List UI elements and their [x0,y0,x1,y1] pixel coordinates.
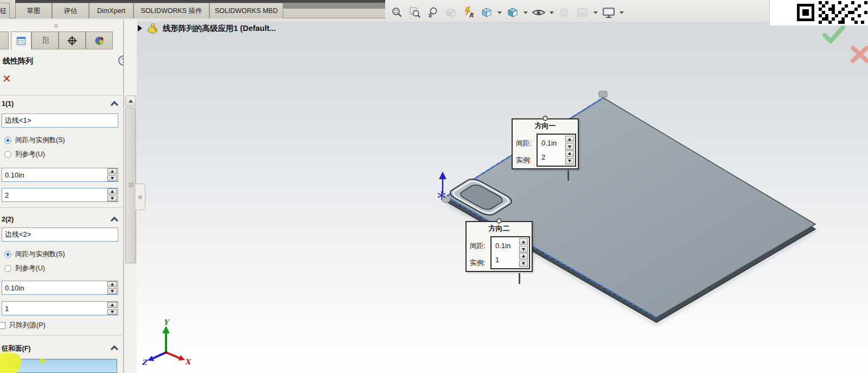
display-style-icon[interactable] [505,5,520,20]
tab-configurationmanager[interactable] [31,31,59,49]
annotations-icon[interactable]: A [461,5,476,20]
instances-spinner[interactable] [107,302,117,315]
hide-show-items-icon[interactable] [531,5,546,20]
confirm-ok-button[interactable] [821,24,846,48]
radio-label: 间距与实例数(S) [15,250,65,259]
tab-dimxpertmanager[interactable] [59,31,86,49]
tab-propertymanager[interactable] [11,31,31,50]
apply-scene-dropdown-icon[interactable] [593,11,598,14]
direction2-spacing-radio[interactable]: 间距与实例数(S) [4,250,65,258]
scrollbar-grip-icon [129,183,133,187]
view-orientation-icon[interactable] [479,5,494,20]
direction2-group-header[interactable]: 2(2) [2,216,14,223]
view-orientation-dropdown-icon[interactable] [497,11,502,14]
apply-scene-icon[interactable] [575,5,590,20]
panel-splitter-handle[interactable] [136,184,145,210]
spacing-spinner[interactable] [565,136,574,150]
callout-value-box: 0.1in 2 [537,134,576,167]
tab-displaymanager[interactable] [86,31,113,49]
features-selection-list[interactable] [2,359,117,373]
section-view-icon[interactable] [443,5,458,20]
features-collapse-icon[interactable] [111,345,118,353]
radio-label: 到参考(U) [15,264,45,273]
direction1-group-header[interactable]: 1(1) [2,100,14,108]
direction2-spacing-field[interactable]: 0.10in [2,281,118,295]
callout-title: 方向二 [467,224,532,233]
callout1-collapse-chevron[interactable] [567,172,569,181]
direction1-spacing-field[interactable]: 0.10in [2,168,118,182]
callout2-collapse-chevron[interactable] [519,275,520,285]
zoom-to-area-icon[interactable] [407,5,423,20]
direction1-callout[interactable]: 方向一 间距: 实例: 0.1in 2 [512,118,579,169]
instances-value[interactable]: 1 [493,256,499,264]
spacing-spinner[interactable] [107,168,117,181]
tab-features-partial[interactable]: 征 [0,3,10,18]
checkbox-icon [0,322,5,329]
panel-splitter-dot[interactable] [54,24,58,28]
callout-value-box: 0.1in 1 [490,236,530,269]
zoom-to-fit-icon[interactable] [390,5,405,20]
spacing-value: 0.10in [2,284,107,292]
graphics-viewport[interactable] [136,20,868,373]
tab-label: DimXpert [97,7,125,15]
edit-appearance-icon[interactable] [557,5,572,20]
heads-up-toolbar: A [390,4,624,21]
instances-spinner[interactable] [519,253,528,267]
tab-featuremanager-partial[interactable] [0,31,9,49]
spacing-label: 间距: [516,139,531,148]
tab-label: 草图 [27,7,41,16]
view-settings-dropdown-icon[interactable] [620,11,624,14]
tab-solidworks-addins[interactable]: SOLIDWORKS 插件 [133,3,209,18]
spacing-spinner[interactable] [519,238,528,252]
spacing-value[interactable]: 0.1in [493,242,510,250]
direction1-collapse-icon[interactable] [111,101,118,109]
direction2-collapse-icon[interactable] [111,217,118,224]
spacing-value[interactable]: 0.1in [539,139,557,147]
instances-value[interactable]: 2 [539,153,545,161]
tab-evaluate[interactable]: 评估 [52,3,89,18]
tab-dimxpert[interactable]: DimXpert [89,3,133,18]
confirm-cancel-button[interactable] [848,43,868,67]
divider [0,95,123,96]
configurationmanager-icon [41,36,50,45]
panel-title: 线性阵列 [3,56,33,66]
tab-sketch[interactable]: 草图 [15,3,52,18]
part-icon [146,22,159,34]
direction1-spacing-radio[interactable]: 间距与实例数(S) [4,136,65,144]
expand-arrow-icon[interactable] [138,25,142,31]
checkbox-label: 只阵列源(P) [9,321,46,330]
tab-label: SOLIDWORKS MBD [215,7,278,15]
dimxpertmanager-icon [67,36,77,46]
display-style-dropdown-icon[interactable] [524,11,528,14]
direction1-instances-field[interactable]: 2 [2,188,118,202]
spacing-spinner[interactable] [107,281,117,294]
direction2-edge-field[interactable]: 边线<2> [2,227,118,242]
callout-handle-icon[interactable] [542,116,548,121]
scrollbar-up-button[interactable] [125,96,136,106]
previous-view-icon[interactable] [425,5,441,20]
check-icon [821,24,846,46]
instances-spinner[interactable] [565,150,574,165]
direction2-instances-field[interactable]: 1 [2,301,118,315]
tab-label: 征 [0,7,7,16]
displaymanager-icon [94,36,104,46]
part-name[interactable]: 线形阵列的高级应用1 (Default... [163,23,276,34]
direction2-reference-radio[interactable]: 到参考(U) [4,264,45,273]
tab-solidworks-mbd[interactable]: SOLIDWORKS MBD [209,3,283,18]
direction1-edge-field[interactable]: 边线<1> [2,113,118,128]
callout-handle-icon[interactable] [496,218,502,224]
direction2-callout[interactable]: 方向二 间距: 实例: 0.1in 1 [465,221,533,272]
panel-scrollbar[interactable] [124,20,137,373]
pattern-seed-only-checkbox[interactable]: 只阵列源(P) [0,321,46,330]
radio-icon [4,151,11,158]
propertymanager-icon [16,36,26,46]
direction1-reference-radio[interactable]: 到参考(U) [4,150,45,159]
scrollbar-thumb[interactable] [125,108,136,263]
features-group-header[interactable]: 征和面(F) [2,344,30,353]
instances-spinner[interactable] [107,188,117,201]
panel-cancel-icon[interactable]: ✕ [2,73,11,84]
view-settings-icon[interactable] [601,5,616,20]
divider [0,335,123,336]
solidworks-window: Y X Z 线形阵列的高级应用1 (Default... 方向一 间距: 实例:… [0,0,868,373]
hide-show-items-dropdown-icon[interactable] [550,11,554,14]
